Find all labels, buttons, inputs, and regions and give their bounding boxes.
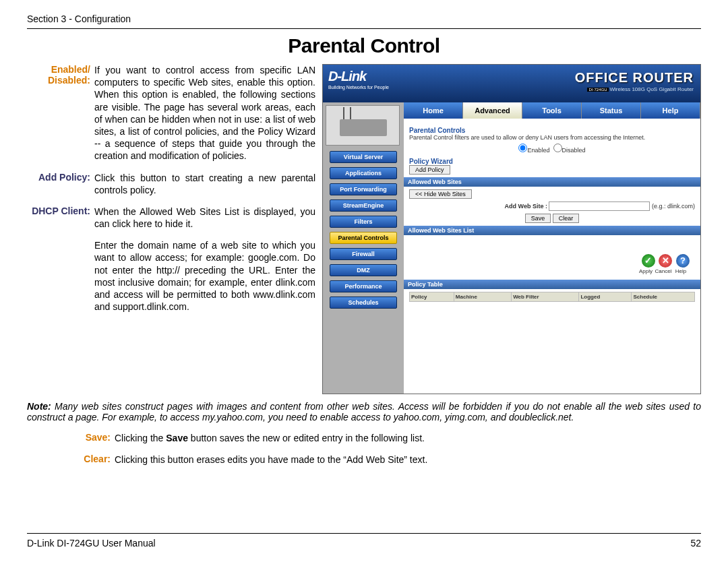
cancel-icon[interactable]: ✕ [659, 254, 672, 268]
tab-home[interactable]: Home [404, 102, 463, 119]
side-virtual-server[interactable]: Virtual Server [330, 151, 397, 163]
add-policy-button[interactable]: Add Policy [409, 165, 450, 175]
policy-table-bar: Policy Table [404, 280, 700, 289]
tab-status[interactable]: Status [582, 102, 641, 119]
domain-text: Enter the domain name of a web site to w… [94, 239, 315, 313]
dhcp-client-label: DHCP Client: [27, 206, 94, 230]
pc-desc: Parental Control filters are used to all… [409, 134, 695, 141]
page-number: 52 [690, 538, 701, 549]
office-router-label: OFFICE ROUTER [575, 70, 694, 86]
tab-advanced[interactable]: Advanced [463, 102, 522, 119]
clear-button[interactable]: Clear [553, 214, 580, 223]
col-logged: Logged [579, 292, 632, 302]
action-icons: ✓ ✕ ? ApplyCancelHelp [409, 251, 695, 277]
disabled-radio[interactable] [553, 144, 562, 152]
page-title: Parental Control [27, 34, 701, 57]
enabled-label: Enabled [527, 147, 549, 154]
banner: D-Link Building Networks for People OFFI… [323, 65, 700, 102]
hide-web-sites-button[interactable]: << Hide Web Sites [409, 189, 472, 199]
section-header: Section 3 - Configuration [27, 13, 701, 29]
clear-text: Clicking this button erases edits you ha… [115, 454, 701, 466]
col-machine: Machine [454, 292, 511, 302]
allowed-sites-bar: Allowed Web Sites [404, 177, 700, 187]
col-web-filter: Web Filter [512, 292, 579, 302]
sidebar: Virtual ServerApplicationsPort Forwardin… [323, 102, 404, 394]
dhcp-client-text: When the Allowed Web Sites List is displ… [94, 206, 315, 230]
model-badge: DI-724GU [587, 88, 608, 92]
main-panel: HomeAdvancedToolsStatusHelp Parental Con… [404, 102, 700, 394]
save-button[interactable]: Save [525, 214, 551, 223]
side-filters[interactable]: Filters [330, 216, 397, 228]
side-streamengine[interactable]: StreamEngine [330, 199, 397, 212]
router-image [326, 105, 400, 146]
apply-label: Apply [637, 268, 655, 274]
side-dmz[interactable]: DMZ [330, 264, 397, 276]
manual-name: D-Link DI-724GU User Manual [27, 538, 156, 549]
col-schedule: Schedule [632, 292, 695, 302]
help-icon[interactable]: ? [676, 254, 690, 268]
footer: D-Link DI-724GU User Manual 52 [27, 533, 701, 549]
model-line: DI-724GUWireless 108G QoS Gigabit Router [587, 86, 694, 92]
model-desc: Wireless 108G QoS Gigabit Router [610, 86, 694, 92]
tab-help[interactable]: Help [641, 102, 700, 119]
add-policy-label: Add Policy: [27, 172, 94, 196]
dlink-tagline: Building Networks for People [328, 85, 389, 90]
side-firewall[interactable]: Firewall [330, 248, 397, 260]
add-web-site-label: Add Web Site : [505, 203, 547, 210]
enable-row: Enabled Disabled [409, 144, 695, 154]
side-parental-controls[interactable]: Parental Controls [330, 232, 397, 244]
save-label: Save: [27, 432, 115, 444]
enabled-disabled-text: If you want to control access from speci… [94, 64, 315, 162]
dlink-logo: D-Link [328, 69, 366, 84]
save-text: Clicking the Save button saves the new o… [115, 432, 701, 444]
eg-hint: (e.g.: dlink.com) [652, 203, 695, 210]
tab-tools[interactable]: Tools [522, 102, 582, 119]
disabled-label: Disabled [562, 147, 586, 154]
help-label: Help [672, 268, 690, 274]
router-screenshot: D-Link Building Networks for People OFFI… [322, 64, 701, 394]
enabled-radio[interactable] [518, 144, 527, 152]
policy-wizard-title: Policy Wizard [409, 158, 695, 165]
side-schedules[interactable]: Schedules [330, 296, 397, 309]
apply-icon[interactable]: ✓ [642, 254, 655, 268]
side-port-forwarding[interactable]: Port Forwarding [330, 183, 397, 195]
cancel-label: Cancel [655, 268, 672, 274]
policy-table: PolicyMachineWeb FilterLoggedSchedule [409, 292, 695, 302]
pc-title: Parental Controls [409, 127, 695, 134]
note-text: Note: Many web sites construct pages wit… [27, 401, 701, 423]
side-performance[interactable]: Performance [330, 280, 397, 292]
domain-blank-label [27, 239, 94, 313]
add-policy-text: Click this button to start creating a ne… [94, 172, 315, 196]
clear-label: Clear: [27, 454, 115, 466]
side-applications[interactable]: Applications [330, 167, 397, 179]
col-policy: Policy [410, 292, 454, 302]
allowed-list-bar: Allowed Web Sites List [404, 226, 700, 235]
tab-bar: HomeAdvancedToolsStatusHelp [404, 102, 700, 119]
add-web-site-input[interactable] [549, 201, 650, 211]
enabled-disabled-label: Enabled/Disabled: [27, 64, 94, 162]
